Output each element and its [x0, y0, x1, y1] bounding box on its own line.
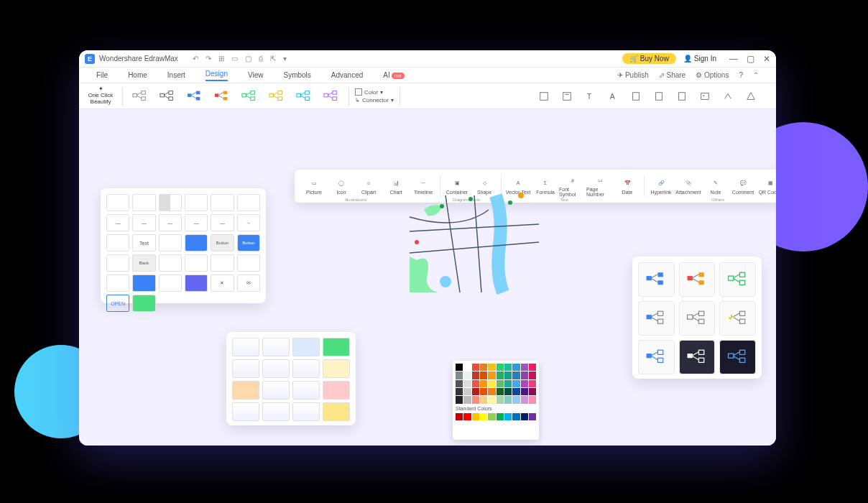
color-swatch[interactable]	[497, 388, 504, 395]
color-swatch[interactable]	[529, 388, 536, 395]
flowchart-style-4[interactable]	[211, 87, 234, 106]
standard-color-swatch[interactable]	[480, 413, 487, 420]
color-swatch[interactable]	[504, 388, 512, 395]
standard-color-swatch[interactable]	[504, 413, 512, 420]
color-swatch[interactable]	[504, 364, 512, 371]
shape-item[interactable]	[106, 194, 129, 211]
flowchart-style-8[interactable]	[320, 87, 343, 106]
color-swatch[interactable]	[456, 364, 463, 371]
theme-item[interactable]	[679, 301, 716, 336]
menu-insert[interactable]: Insert	[167, 71, 185, 79]
open-icon[interactable]: ▭	[231, 55, 238, 63]
theme-item[interactable]	[679, 262, 716, 297]
color-swatch[interactable]	[456, 396, 463, 403]
shape-item[interactable]	[159, 234, 182, 251]
color-swatch[interactable]	[521, 388, 528, 395]
warning-icon[interactable]	[746, 91, 756, 101]
text-style-icon[interactable]: T	[585, 91, 595, 101]
color-swatch[interactable]	[463, 388, 471, 395]
date-button[interactable]: 📅Date	[614, 178, 641, 195]
canvas[interactable]: ▭Picture ◯Icon ☺Clipart 📊Chart ─Timeline…	[79, 109, 776, 446]
color-swatch[interactable]	[463, 396, 471, 403]
color-swatch[interactable]	[521, 380, 528, 387]
theme-item[interactable]	[638, 262, 675, 297]
font-icon[interactable]: A	[608, 91, 618, 101]
template-item[interactable]	[292, 338, 320, 356]
color-swatch[interactable]	[497, 364, 504, 371]
one-click-beautify-button[interactable]: ✦ One Click Beautify	[85, 86, 116, 107]
color-swatch[interactable]	[529, 364, 536, 371]
color-swatch[interactable]	[521, 372, 528, 379]
hyperlink-button[interactable]: 🔗Hyperlink	[647, 178, 675, 195]
page-number-button[interactable]: ▭Page Number	[586, 175, 614, 197]
color-swatch[interactable]	[504, 372, 512, 379]
buy-now-button[interactable]: 🛒 Buy Now	[622, 53, 676, 64]
color-swatch[interactable]	[504, 380, 512, 387]
template-item[interactable]	[232, 359, 259, 378]
theme-item[interactable]	[679, 340, 716, 374]
color-swatch[interactable]	[456, 372, 463, 379]
flowchart-style-6[interactable]	[265, 87, 288, 106]
shape-item[interactable]: —	[185, 214, 208, 231]
close-icon[interactable]: ✕	[763, 54, 770, 64]
color-swatch[interactable]	[512, 364, 520, 371]
menu-symbols[interactable]: Symbols	[283, 71, 310, 79]
shape-button-item[interactable]: Button	[211, 234, 234, 251]
menu-file[interactable]: File	[96, 71, 108, 79]
shape-item[interactable]	[159, 194, 182, 211]
shape-item[interactable]: ✉	[237, 274, 260, 292]
standard-color-swatch[interactable]	[529, 413, 536, 420]
template-item[interactable]	[323, 359, 350, 378]
qr-codes-button[interactable]: ▦QR Codes	[757, 178, 776, 195]
color-swatch[interactable]	[488, 388, 495, 395]
template-item[interactable]	[292, 359, 320, 378]
menu-design[interactable]: Design	[206, 70, 228, 81]
shape-item[interactable]	[211, 194, 234, 211]
color-swatch[interactable]	[521, 364, 528, 371]
standard-color-swatch[interactable]	[463, 413, 471, 420]
color-swatch[interactable]	[529, 396, 536, 403]
color-dropdown[interactable]: Color ▾	[355, 88, 394, 96]
print-icon[interactable]: ⎙	[259, 55, 263, 63]
clipart-button[interactable]: ☺Clipart	[355, 178, 382, 195]
flowchart-style-7[interactable]	[292, 87, 315, 106]
shape-item[interactable]	[132, 194, 155, 211]
color-swatch[interactable]	[472, 380, 479, 387]
shape-item[interactable]	[237, 194, 260, 211]
template-item[interactable]	[262, 338, 290, 356]
save-icon[interactable]: ▢	[245, 55, 251, 63]
color-swatch[interactable]	[480, 388, 487, 395]
color-swatch[interactable]	[512, 388, 520, 395]
standard-color-swatch[interactable]	[512, 413, 520, 420]
standard-color-swatch[interactable]	[472, 413, 479, 420]
shape-item[interactable]	[106, 234, 129, 251]
shape-item[interactable]: —	[159, 214, 182, 231]
menu-share[interactable]: ⬀ Share	[659, 71, 685, 79]
menu-ai[interactable]: AIhot	[383, 71, 404, 79]
standard-color-swatch[interactable]	[456, 413, 463, 420]
shape-item[interactable]	[185, 194, 208, 211]
template-item[interactable]	[232, 402, 259, 421]
theme-item[interactable]	[719, 340, 756, 374]
menu-options[interactable]: ⚙ Options	[696, 71, 729, 79]
shape-item[interactable]: —	[132, 214, 155, 231]
template-item[interactable]	[262, 402, 290, 421]
picture-button[interactable]: ▭Picture	[300, 178, 328, 195]
flowchart-style-3[interactable]	[183, 87, 206, 106]
page-layout-icon-1[interactable]	[539, 91, 549, 101]
menu-home[interactable]: Home	[128, 71, 147, 79]
color-swatch[interactable]	[497, 372, 504, 379]
merge-icon[interactable]	[723, 91, 733, 101]
shape-item[interactable]: →	[237, 214, 260, 231]
shape-item[interactable]	[185, 254, 208, 272]
page-layout-icon-2[interactable]	[562, 91, 572, 101]
icon-button[interactable]: ◯Icon	[328, 178, 355, 195]
template-item[interactable]	[323, 338, 350, 356]
standard-color-swatch[interactable]	[497, 413, 504, 420]
color-swatch[interactable]	[463, 364, 471, 371]
template-item[interactable]	[232, 381, 259, 400]
flowchart-style-2[interactable]	[156, 87, 179, 106]
color-swatch[interactable]	[512, 380, 520, 387]
shape-item[interactable]	[132, 295, 155, 312]
menu-advanced[interactable]: Advanced	[331, 71, 363, 79]
